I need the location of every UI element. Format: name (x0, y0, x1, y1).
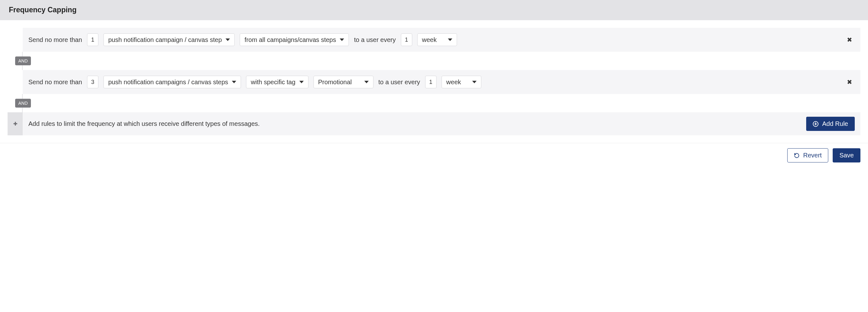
chevron-down-icon (340, 38, 344, 41)
and-badge: AND (15, 57, 31, 65)
interval-unit-select[interactable]: week (441, 76, 481, 88)
save-button-label: Save (839, 152, 854, 159)
add-handle: ✚ (7, 112, 23, 135)
channel-select[interactable]: push notification campaigns / canvas ste… (103, 76, 241, 88)
rule-body: Send no more than push notification camp… (23, 70, 861, 94)
scope-select[interactable]: with specific tag (246, 76, 308, 88)
interval-count-input[interactable] (401, 33, 412, 46)
scope-select-value: with specific tag (251, 79, 295, 86)
rule-row: Send no more than push notification camp… (7, 70, 861, 94)
connector: AND (7, 94, 861, 112)
save-button[interactable]: Save (833, 148, 861, 162)
interval-unit-value: week (422, 36, 437, 43)
channel-select-value: push notification campaign / canvas step (108, 36, 222, 43)
page-title: Frequency Capping (9, 6, 859, 14)
chevron-down-icon (299, 81, 304, 83)
add-rule-body: Add rules to limit the frequency at whic… (23, 112, 861, 135)
add-rule-row: ✚ Add rules to limit the frequency at wh… (7, 112, 861, 135)
tag-select[interactable]: Promotional (313, 76, 373, 88)
remove-rule-button[interactable]: ✖ (844, 77, 855, 87)
add-rule-hint: Add rules to limit the frequency at whic… (28, 120, 259, 127)
footer-actions: Revert Save (0, 143, 868, 170)
rule-prefix-label: Send no more than (28, 36, 82, 43)
rule-prefix-label: Send no more than (28, 79, 82, 86)
rule-row: Send no more than push notification camp… (7, 28, 861, 52)
chevron-down-icon (364, 81, 369, 83)
chevron-down-icon (232, 81, 236, 83)
interval-unit-select[interactable]: week (417, 33, 457, 46)
connector: AND (7, 52, 861, 70)
chevron-down-icon (225, 38, 230, 41)
section-header: Frequency Capping (0, 0, 868, 20)
remove-rule-button[interactable]: ✖ (844, 35, 855, 45)
plus-icon: ✚ (13, 121, 17, 127)
count-input[interactable] (87, 33, 98, 46)
interval-unit-value: week (446, 79, 461, 86)
tag-select-value: Promotional (318, 79, 352, 86)
scope-select[interactable]: from all campaigns/canvas steps (240, 33, 349, 46)
rule-mid-label: to a user every (354, 36, 396, 43)
rule-mid-label: to a user every (378, 79, 420, 86)
rules-container: Send no more than push notification camp… (0, 20, 868, 135)
add-rule-button[interactable]: Add Rule (806, 117, 855, 131)
scope-select-value: from all campaigns/canvas steps (244, 36, 336, 43)
plus-circle-icon (813, 121, 818, 127)
chevron-down-icon (472, 81, 476, 83)
channel-select[interactable]: push notification campaign / canvas step (103, 33, 235, 46)
channel-select-value: push notification campaigns / canvas ste… (108, 79, 228, 86)
interval-count-input[interactable] (425, 76, 436, 88)
and-badge: AND (15, 99, 31, 107)
rule-body: Send no more than push notification camp… (23, 28, 861, 52)
revert-button[interactable]: Revert (787, 148, 829, 162)
add-rule-button-label: Add Rule (822, 120, 848, 127)
revert-icon (794, 153, 800, 158)
count-input[interactable] (87, 76, 98, 88)
revert-button-label: Revert (803, 152, 822, 159)
chevron-down-icon (448, 38, 452, 41)
